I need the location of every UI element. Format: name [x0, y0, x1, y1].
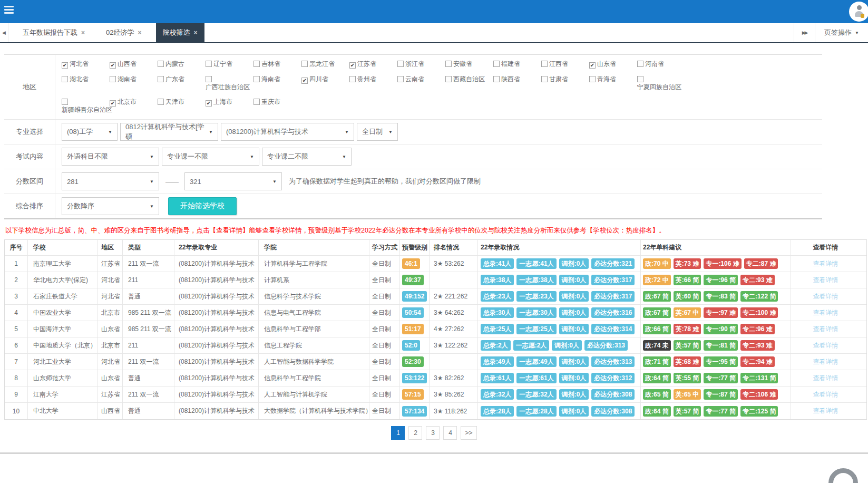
- checkbox[interactable]: [62, 76, 68, 82]
- region-checkbox-item[interactable]: 广东省: [158, 75, 206, 91]
- sort-select[interactable]: 分数降序 ▼: [62, 197, 159, 215]
- region-checkbox-item[interactable]: 广西壮族自治区: [206, 75, 253, 91]
- checkbox[interactable]: [637, 76, 643, 82]
- close-icon[interactable]: ×: [81, 30, 85, 36]
- tab-item[interactable]: 02经济学×: [99, 23, 148, 42]
- view-detail-link[interactable]: 查看详情: [813, 292, 838, 301]
- user-avatar[interactable]: [849, 2, 868, 22]
- tab-active[interactable]: 院校筛选×: [156, 23, 204, 42]
- region-checkbox-item[interactable]: 内蒙古: [158, 60, 206, 69]
- region-checkbox-item[interactable]: 海南省: [253, 75, 301, 91]
- region-checkbox-item[interactable]: 贵州省: [349, 75, 397, 91]
- page-button[interactable]: 4: [443, 426, 457, 440]
- major-select[interactable]: 0812计算机科学与技术[学硕▼: [120, 123, 218, 141]
- view-detail-link[interactable]: 查看详情: [813, 308, 838, 317]
- major-select[interactable]: (08)工学▼: [62, 123, 118, 141]
- region-checkbox-item[interactable]: 天津市: [158, 98, 206, 114]
- region-checkbox-item[interactable]: 辽宁省: [206, 60, 253, 69]
- checkbox-checked[interactable]: ✔: [110, 62, 116, 69]
- checkbox[interactable]: [206, 61, 212, 67]
- checkbox[interactable]: [62, 99, 68, 105]
- region-checkbox-item[interactable]: 重庆市: [253, 98, 301, 114]
- checkbox[interactable]: [637, 61, 643, 67]
- checkbox-checked[interactable]: ✔: [301, 78, 308, 84]
- view-detail-link[interactable]: 查看详情: [813, 407, 838, 416]
- region-checkbox-item[interactable]: 安徽省: [445, 60, 493, 69]
- region-checkbox-item[interactable]: 河南省: [637, 60, 685, 69]
- region-checkbox-item[interactable]: 江西省: [541, 60, 589, 69]
- score-from-select[interactable]: 281 ▼: [62, 172, 159, 190]
- region-checkbox-item[interactable]: ✔江苏省: [349, 60, 397, 69]
- region-checkbox-item[interactable]: 宁夏回族自治区: [637, 75, 685, 91]
- checkbox[interactable]: [158, 76, 164, 82]
- region-checkbox-item[interactable]: 湖南省: [110, 75, 158, 91]
- region-checkbox-item[interactable]: ✔上海市: [206, 98, 253, 114]
- page-button[interactable]: 3: [426, 426, 440, 440]
- view-detail-link[interactable]: 查看详情: [813, 325, 838, 334]
- checkbox[interactable]: [493, 61, 500, 67]
- checkbox[interactable]: [253, 76, 260, 82]
- page-button[interactable]: 2: [408, 426, 422, 440]
- score-to-select[interactable]: 321 ▼: [184, 172, 282, 190]
- exam-select[interactable]: 专业课一不限▼: [162, 148, 259, 166]
- region-checkbox-item[interactable]: ✔北京市: [110, 98, 158, 114]
- region-checkbox-item[interactable]: 新疆维吾尔自治区: [62, 98, 110, 114]
- checkbox[interactable]: [158, 99, 164, 105]
- tabs-scroll-left-icon[interactable]: ◀: [0, 23, 8, 42]
- view-detail-link[interactable]: 查看详情: [813, 341, 838, 350]
- checkbox-checked[interactable]: ✔: [110, 100, 116, 107]
- tab-item[interactable]: 五年数据报告下载×: [16, 23, 92, 42]
- checkbox[interactable]: [493, 76, 500, 82]
- region-checkbox-item[interactable]: 陕西省: [493, 75, 541, 91]
- exam-select[interactable]: 外语科目不限▼: [62, 148, 159, 166]
- region-checkbox-item[interactable]: ✔山西省: [110, 60, 158, 69]
- checkbox[interactable]: [253, 61, 260, 67]
- hamburger-menu-icon[interactable]: [4, 6, 14, 15]
- checkbox-checked[interactable]: ✔: [589, 62, 596, 69]
- view-detail-link[interactable]: 查看详情: [813, 374, 838, 383]
- region-checkbox-item[interactable]: 湖北省: [62, 75, 110, 91]
- close-icon[interactable]: ×: [138, 30, 141, 36]
- checkbox[interactable]: [445, 76, 452, 82]
- region-checkbox-item[interactable]: 黑龙江省: [301, 60, 349, 69]
- close-icon[interactable]: ×: [194, 30, 198, 36]
- major-select[interactable]: (081200)计算机科学与技术▼: [221, 123, 354, 141]
- checkbox[interactable]: [397, 61, 404, 67]
- checkbox[interactable]: [397, 76, 404, 82]
- region-checkbox-item[interactable]: 福建省: [493, 60, 541, 69]
- checkbox-checked[interactable]: ✔: [62, 62, 68, 69]
- view-detail-link[interactable]: 查看详情: [813, 276, 838, 285]
- back-to-top-button[interactable]: [828, 468, 858, 483]
- checkbox-checked[interactable]: ✔: [206, 100, 212, 107]
- tab-operations-menu[interactable]: 页签操作 ▼: [815, 23, 868, 42]
- view-detail-link[interactable]: 查看详情: [813, 259, 838, 268]
- view-detail-link[interactable]: 查看详情: [813, 358, 838, 366]
- checkbox[interactable]: [158, 61, 164, 67]
- view-detail-link[interactable]: 查看详情: [813, 390, 838, 399]
- checkbox[interactable]: [110, 76, 116, 82]
- checkbox[interactable]: [589, 76, 596, 82]
- checkbox[interactable]: [541, 76, 548, 82]
- checkbox[interactable]: [301, 61, 308, 67]
- region-checkbox-item[interactable]: 西藏自治区: [445, 75, 493, 91]
- region-checkbox-item[interactable]: 青海省: [589, 75, 637, 91]
- checkbox[interactable]: [349, 76, 356, 82]
- page-button[interactable]: >>: [461, 426, 476, 440]
- region-checkbox-item[interactable]: 吉林省: [253, 60, 301, 69]
- checkbox-checked[interactable]: ✔: [349, 62, 356, 69]
- start-filter-button[interactable]: 开始筛选学校: [168, 197, 237, 215]
- page-button-active[interactable]: 1: [391, 426, 405, 440]
- region-checkbox-item[interactable]: 浙江省: [397, 60, 445, 69]
- region-checkbox-item[interactable]: ✔河北省: [62, 60, 110, 69]
- checkbox[interactable]: [445, 61, 452, 67]
- region-checkbox-item[interactable]: 甘肃省: [541, 75, 589, 91]
- major-select[interactable]: 全日制▼: [357, 123, 398, 141]
- tabs-scroll-right-icon[interactable]: ▶▶: [794, 23, 815, 42]
- region-checkbox-item[interactable]: 云南省: [397, 75, 445, 91]
- region-checkbox-item[interactable]: ✔四川省: [301, 75, 349, 91]
- exam-select[interactable]: 专业课二不限▼: [262, 148, 352, 166]
- region-checkbox-item[interactable]: ✔山东省: [589, 60, 637, 69]
- checkbox[interactable]: [541, 61, 548, 67]
- checkbox[interactable]: [253, 99, 260, 105]
- checkbox[interactable]: [206, 76, 212, 82]
